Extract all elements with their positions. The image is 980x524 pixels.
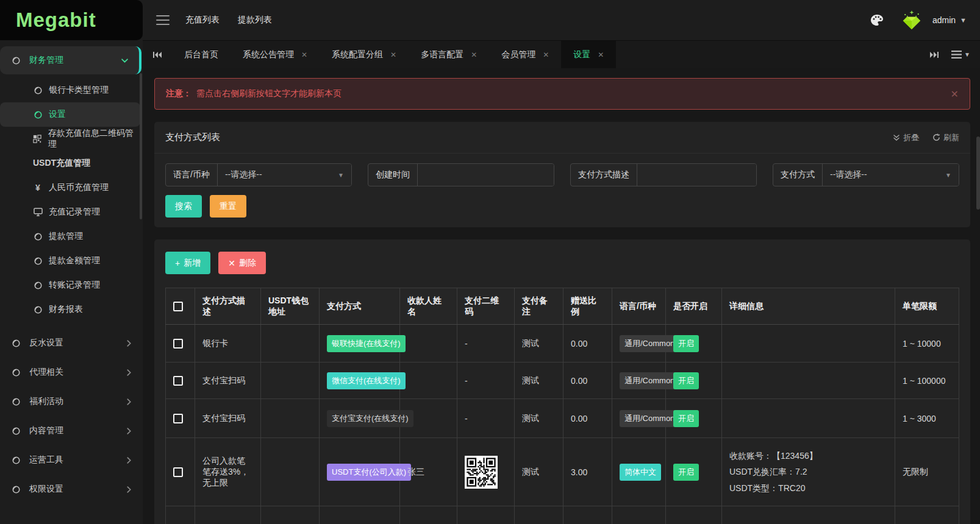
user-menu[interactable]: admin ▼ bbox=[932, 15, 967, 25]
cell-limit: 无限制 bbox=[895, 438, 959, 506]
enabled-badge[interactable]: 开启 bbox=[673, 335, 699, 352]
top-header: 充值列表提款列表 admin ▼ bbox=[143, 0, 980, 40]
filter-input-支付方式描述[interactable] bbox=[645, 170, 749, 180]
tab-系统配置分组[interactable]: 系统配置分组✕ bbox=[320, 41, 409, 68]
sidebar-item-设置[interactable]: 设置 bbox=[0, 102, 140, 127]
cell-payee: 张三 bbox=[400, 438, 457, 506]
topnav-item[interactable]: 充值列表 bbox=[185, 15, 220, 26]
sidebar-item-转账记录管理[interactable]: 转账记录管理 bbox=[0, 273, 143, 297]
row-checkbox-cell bbox=[166, 438, 195, 506]
tab-会员管理[interactable]: 会员管理✕ bbox=[489, 41, 561, 68]
enabled-badge[interactable]: 开启 bbox=[673, 464, 699, 481]
select-value: --请选择-- bbox=[225, 169, 262, 180]
sidebar-group-label: 代理相关 bbox=[29, 367, 126, 378]
filter-panel-header: 支付方式列表 折叠 刷新 bbox=[154, 122, 970, 154]
chevron-down-icon: ▼ bbox=[338, 172, 344, 179]
enabled-badge[interactable]: 开启 bbox=[673, 372, 699, 389]
cell-wallet bbox=[261, 506, 320, 524]
row-checkbox-cell bbox=[166, 399, 195, 438]
tab-系统公告管理[interactable]: 系统公告管理✕ bbox=[231, 41, 320, 68]
topnav-item[interactable]: 提款列表 bbox=[238, 15, 272, 26]
tab-设置[interactable]: 设置✕ bbox=[561, 41, 616, 68]
row-checkbox-cell bbox=[166, 506, 195, 524]
avatar-gem-icon[interactable] bbox=[900, 10, 924, 30]
sidebar-item-财务报表[interactable]: 财务报表 bbox=[0, 297, 143, 322]
sidebar-item-label: 设置 bbox=[49, 109, 66, 120]
sidebar-group-代理相关[interactable]: 代理相关 bbox=[0, 358, 143, 386]
chevron-down-icon: ▼ bbox=[964, 51, 970, 58]
search-button[interactable]: 搜索 bbox=[165, 195, 202, 218]
sidebar-item-存款充值信息二维码管理[interactable]: 存款充值信息二维码管理 bbox=[0, 127, 143, 151]
alert-text: 需点击右侧刷新按钮文字才能刷新本页 bbox=[196, 88, 342, 99]
scroll-tabs-left-icon[interactable] bbox=[143, 41, 172, 68]
sidebar-item-提款管理[interactable]: 提款管理 bbox=[0, 224, 143, 249]
sidebar-toggle-icon[interactable] bbox=[156, 12, 170, 28]
chevron-right-icon bbox=[126, 369, 132, 376]
enabled-badge[interactable]: 开启 bbox=[673, 410, 699, 427]
tab-close-icon[interactable]: ✕ bbox=[301, 51, 307, 59]
sidebar-group-财务管理[interactable]: 财务管理 bbox=[0, 46, 141, 74]
tab-close-icon[interactable]: ✕ bbox=[598, 51, 604, 59]
filter-select-语言/币种[interactable]: --请选择--▼ bbox=[218, 164, 351, 186]
sidebar-group-福利活动[interactable]: 福利活动 bbox=[0, 388, 143, 416]
tab-多语言配置[interactable]: 多语言配置✕ bbox=[409, 41, 489, 68]
sidebar-group-权限设置[interactable]: 权限设置 bbox=[0, 475, 143, 503]
table-body: 银行卡银联快捷(在线支付)-测试0.00通用/Common开启1 ~ 10000… bbox=[166, 325, 959, 524]
row-checkbox[interactable] bbox=[173, 414, 183, 423]
sidebar-group-label: 运营工具 bbox=[29, 455, 126, 466]
tab-close-icon[interactable]: ✕ bbox=[390, 51, 396, 59]
tab-options-menu[interactable]: ▼ bbox=[951, 51, 970, 58]
table-row: 银行卡银联快捷(在线支付)-测试0.00通用/Common开启1 ~ 10000 bbox=[166, 325, 959, 363]
sidebar-item-人民币充值管理[interactable]: ¥人民币充值管理 bbox=[0, 175, 143, 200]
row-checkbox[interactable] bbox=[173, 339, 183, 349]
filter-select-支付方式[interactable]: --请选择--▼ bbox=[823, 164, 959, 186]
row-checkbox-cell bbox=[166, 363, 195, 399]
collapse-button[interactable]: 折叠 bbox=[893, 132, 919, 143]
filter-label: 支付方式 bbox=[773, 164, 823, 186]
yen-icon: ¥ bbox=[33, 183, 43, 193]
filter-创建时间: 创建时间 bbox=[368, 163, 554, 186]
cell-details bbox=[722, 399, 895, 438]
cell-method: USDT支付(公司入款) bbox=[320, 438, 400, 506]
select-all-checkbox[interactable] bbox=[173, 302, 183, 311]
sidebar-item-银行卡类型管理[interactable]: 银行卡类型管理 bbox=[0, 78, 143, 102]
cell-desc: 支付宝扫码 bbox=[195, 363, 261, 399]
refresh-button[interactable]: 刷新 bbox=[932, 132, 959, 143]
sidebar-group-内容管理[interactable]: 内容管理 bbox=[0, 417, 143, 445]
theme-palette-icon[interactable] bbox=[870, 14, 884, 26]
tab-close-icon[interactable]: ✕ bbox=[543, 51, 549, 59]
cell-details bbox=[722, 325, 895, 363]
column-header-赠送比例: 赠送比例 bbox=[563, 288, 612, 325]
sidebar-scrollbar[interactable] bbox=[140, 73, 142, 219]
cell-payee bbox=[400, 325, 457, 363]
column-header-支付备注: 支付备注 bbox=[515, 288, 563, 325]
sidebar-item-充值记录管理[interactable]: 充值记录管理 bbox=[0, 200, 143, 224]
tab-label: 多语言配置 bbox=[421, 49, 463, 60]
scroll-tabs-right-icon[interactable] bbox=[929, 51, 939, 59]
cell-qrcode: - bbox=[457, 325, 515, 363]
circle-icon bbox=[33, 232, 43, 241]
payment-method-badge: 支付宝支付(在线支付) bbox=[327, 410, 413, 427]
content-scrollbar[interactable] bbox=[976, 136, 980, 210]
circle-icon bbox=[33, 257, 43, 266]
filter-panel-body: 语言/币种--请选择--▼创建时间支付方式描述支付方式--请选择--▼ 搜索 重… bbox=[154, 154, 970, 227]
add-button[interactable]: +新增 bbox=[165, 252, 210, 274]
row-checkbox[interactable] bbox=[173, 376, 183, 386]
sidebar-group-反水设置[interactable]: 反水设置 bbox=[0, 329, 143, 357]
sidebar-item-USDT充值管理[interactable]: USDT充值管理 bbox=[0, 151, 143, 175]
filter-input-创建时间[interactable] bbox=[425, 170, 546, 180]
tab-后台首页[interactable]: 后台首页 bbox=[172, 41, 231, 68]
cell-payee: TRC20 bbox=[400, 506, 457, 524]
sidebar-item-提款金额管理[interactable]: 提款金额管理 bbox=[0, 249, 143, 273]
row-checkbox[interactable] bbox=[173, 467, 183, 477]
cell-ratio: 0.00 bbox=[563, 325, 612, 363]
table-panel: +新增 ✕删除 支付方式描述USDT钱包地址支付方式收款人姓名支付二维码支付备注… bbox=[154, 239, 970, 524]
tab-close-icon[interactable]: ✕ bbox=[471, 51, 477, 59]
delete-button[interactable]: ✕删除 bbox=[218, 252, 266, 274]
circle-icon bbox=[33, 86, 43, 95]
sidebar-group-运营工具[interactable]: 运营工具 bbox=[0, 446, 143, 474]
alert-close-icon[interactable]: ✕ bbox=[951, 88, 959, 100]
reset-button[interactable]: 重置 bbox=[210, 195, 246, 218]
content-area: 注意： 需点击右侧刷新按钮文字才能刷新本页 ✕ 支付方式列表 折叠 刷新 bbox=[143, 68, 980, 524]
cell-remark: 测试 bbox=[515, 325, 563, 363]
